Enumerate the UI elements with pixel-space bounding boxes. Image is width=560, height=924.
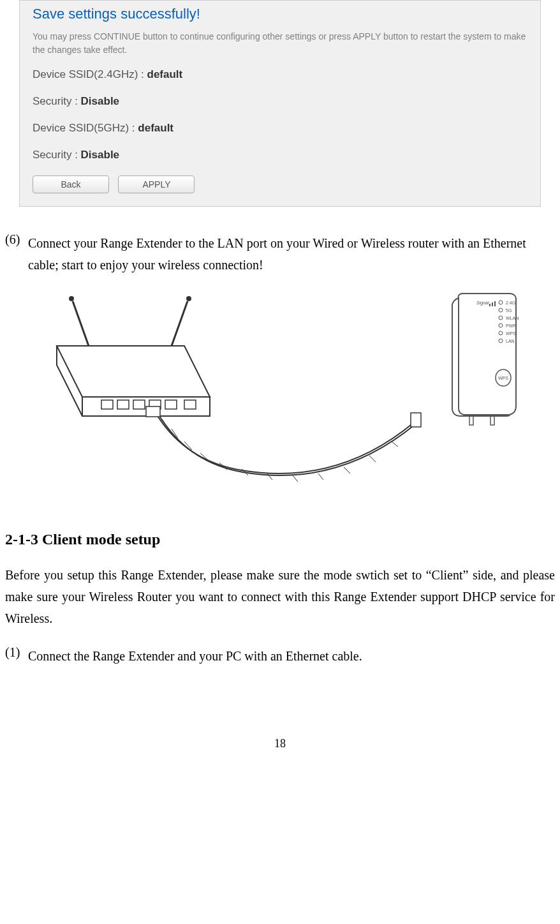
svg-text:2.4G: 2.4G	[506, 301, 515, 305]
setting-row-security-5: Security : Disable	[33, 149, 527, 161]
svg-rect-36	[489, 304, 490, 306]
setting-value: default	[147, 68, 183, 80]
page-number: 18	[0, 737, 560, 750]
svg-text:WPS: WPS	[506, 331, 516, 336]
setting-label: Device SSID(5GHz) :	[33, 122, 138, 134]
svg-text:WPS: WPS	[498, 376, 508, 380]
svg-text:PWR: PWR	[506, 324, 516, 328]
button-row: Back APPLY	[33, 175, 527, 193]
step-1: (1) Connect the Range Extender and your …	[0, 645, 560, 667]
intro-paragraph: Before you setup this Range Extender, pl…	[0, 564, 560, 629]
svg-rect-20	[411, 413, 421, 427]
list-content: Connect the Range Extender and your PC w…	[28, 645, 555, 667]
setting-row-security-24: Security : Disable	[33, 95, 527, 108]
list-marker: (6)	[5, 232, 28, 276]
ethernet-cable-icon	[146, 406, 421, 482]
svg-line-17	[369, 456, 376, 462]
apply-button[interactable]: APPLY	[118, 175, 195, 193]
svg-line-16	[344, 467, 350, 473]
section-heading: 2-1-3 Client mode setup	[0, 531, 560, 548]
svg-text:LAN: LAN	[506, 339, 515, 343]
list-content: Connect your Range Extender to the LAN p…	[28, 232, 555, 276]
settings-panel: Save settings successfully! You may pres…	[19, 0, 541, 207]
setting-row-ssid-24: Device SSID(2.4GHz) : default	[33, 68, 527, 81]
setting-label: Security :	[33, 149, 81, 161]
svg-rect-4	[165, 400, 177, 409]
svg-text:Signal: Signal	[476, 301, 489, 306]
connection-diagram: 2.4G 5G WLAN PWR WPS LAN Signal WPS	[18, 282, 542, 512]
setting-row-ssid-5: Device SSID(5GHz) : default	[33, 122, 527, 135]
svg-line-14	[293, 475, 298, 482]
step-6: (6) Connect your Range Extender to the L…	[0, 232, 560, 276]
svg-line-18	[392, 442, 398, 447]
router-icon	[57, 296, 210, 416]
svg-rect-19	[146, 406, 160, 417]
svg-rect-22	[490, 416, 494, 425]
setting-label: Security :	[33, 95, 81, 107]
svg-text:5G: 5G	[506, 308, 512, 313]
svg-rect-5	[184, 400, 196, 409]
svg-rect-2	[133, 400, 145, 409]
svg-rect-0	[101, 400, 113, 409]
setting-value: Disable	[81, 149, 119, 161]
svg-point-7	[186, 296, 191, 301]
range-extender-icon: 2.4G 5G WLAN PWR WPS LAN Signal WPS	[452, 294, 519, 425]
list-marker: (1)	[5, 645, 28, 667]
setting-label: Device SSID(2.4GHz) :	[33, 68, 147, 80]
svg-text:WLAN: WLAN	[506, 316, 519, 320]
back-button[interactable]: Back	[33, 175, 109, 193]
svg-point-6	[69, 296, 74, 301]
svg-rect-21	[469, 416, 473, 425]
svg-rect-37	[492, 302, 493, 306]
panel-subtitle: You may press CONTINUE button to continu…	[33, 30, 527, 57]
svg-rect-1	[117, 400, 129, 409]
svg-rect-38	[494, 301, 496, 306]
setting-value: default	[138, 122, 173, 134]
svg-line-13	[267, 473, 272, 480]
svg-line-15	[318, 473, 323, 480]
panel-title: Save settings successfully!	[33, 6, 527, 22]
setting-value: Disable	[81, 95, 119, 107]
